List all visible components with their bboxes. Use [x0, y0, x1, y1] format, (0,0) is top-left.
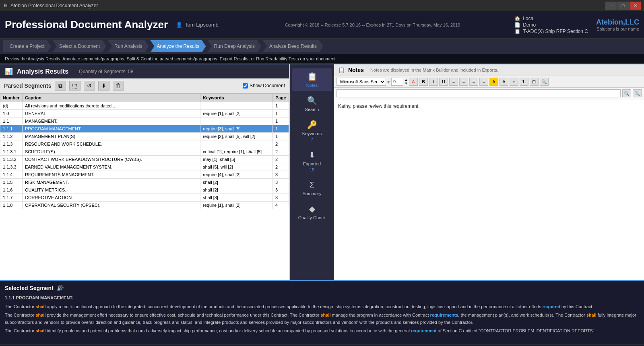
cell-page: 1 [273, 125, 289, 133]
project-item: 📋 T-ADC(X) Ship RFP Section C [514, 29, 588, 34]
home-icon: 🏠 [514, 16, 520, 21]
underline-button[interactable]: U [439, 78, 448, 86]
notes-content[interactable]: Kathy, please review this requirement. [334, 99, 644, 280]
bullet-button[interactable]: • [510, 78, 518, 86]
cell-number: 1.1.4 [0, 171, 23, 179]
segments-table[interactable]: Number Caption Keywords Page (d) All rev… [0, 93, 289, 280]
font-selector[interactable]: Microsoft Sans Ser [336, 78, 386, 86]
show-document-checkbox[interactable]: Show Document [243, 83, 285, 89]
table-row[interactable]: 1.1.8 OPERATIONAL SECURITY (OPSEC). requ… [0, 202, 289, 209]
table-row[interactable]: 1.1.5 RISK MANAGEMENT. shall [2] 3 [0, 179, 289, 186]
keywords-tab-icon: 🔑 [307, 120, 317, 130]
bold-button[interactable]: B [419, 78, 428, 86]
notes-text: Kathy, please review this requirement. [338, 103, 420, 109]
cell-keywords: may [1], shall [5] [200, 156, 273, 163]
tab-exported[interactable]: ⬇ Exported 15 [292, 147, 332, 175]
breadcrumb-analyze-results[interactable]: Analyze the Results [150, 40, 206, 52]
table-row[interactable]: 1.0 GENERAL require [1], shall [2] 1 [0, 110, 289, 117]
notes-tab-label: Notes [306, 83, 318, 88]
maximize-button[interactable]: □ [617, 2, 629, 10]
delete-button[interactable]: 🗑 [113, 81, 124, 91]
quantity-label: Quantity of Segments: 58 [79, 69, 133, 74]
refresh-button[interactable]: ↺ [84, 81, 95, 91]
window-close-button[interactable]: ✕ [630, 2, 641, 10]
titlebar-title: Atebion Professional Document Analyzer [10, 3, 98, 8]
export-button[interactable]: ⬚ [69, 81, 80, 91]
copy-button[interactable]: ⧉ [55, 81, 66, 91]
cell-number: 1.1.3.1 [0, 148, 23, 156]
table-row[interactable]: 1.1.2 MANAGEMENT PLAN(S). require [2], s… [0, 133, 289, 140]
cell-number: 1.1.8 [0, 202, 23, 209]
cell-caption: RISK MANAGEMENT. [23, 179, 200, 186]
titlebar-app-icon: 🖥 [3, 3, 8, 8]
highlight-button[interactable]: A [489, 78, 498, 86]
notes-search-next-button[interactable]: 🔍 [633, 89, 642, 97]
breadcrumb-deep-analysis[interactable]: Run Deep Analysis [208, 40, 261, 52]
align-right-button[interactable]: ≡ [469, 78, 478, 86]
tab-keywords[interactable]: 🔑 Keywords 7 [292, 117, 332, 145]
cell-page: 2 [273, 163, 289, 171]
table-row[interactable]: 1.1 MANAGEMENT. 1 [0, 117, 289, 125]
minimize-button[interactable]: ─ [605, 2, 617, 10]
segment-para-1: The Contractor shall apply a multi-funct… [5, 303, 639, 311]
align-left-button[interactable]: ≡ [449, 78, 458, 86]
cell-caption: RESOURCE AND WORK SCHEDULE. [23, 140, 200, 148]
table-row[interactable]: 1.1.3.2 CONTRACT WORK BREAKDOWN STRUCTUR… [0, 156, 289, 163]
tab-quality-check[interactable]: ◆ Quality Check [292, 201, 332, 223]
table-row[interactable]: 1.1.7 CORRECTIVE ACTION. shall [8] 3 [0, 194, 289, 202]
local-item: 🏠 Local [514, 16, 535, 21]
align-justify-button[interactable]: ≡ [479, 78, 488, 86]
cell-keywords: require [3], shall [5] [200, 125, 273, 133]
font-size-arrows: ▲▼ [405, 78, 408, 85]
mid-panel: 📋 Notes 🔍 Search 🔑 Keywords 7 ⬇ Exported… [290, 64, 334, 280]
exported-badge: 15 [310, 168, 314, 172]
tab-summary[interactable]: Σ Summary [292, 177, 332, 199]
cell-page: 4 [273, 202, 289, 209]
number-button[interactable]: 1. [520, 78, 528, 86]
align-center-button[interactable]: ≡ [459, 78, 468, 86]
cell-keywords: shall [6], will [2] [200, 163, 273, 171]
segment-para-2: The Contractor shall provide the managem… [5, 312, 639, 326]
table-row-selected[interactable]: 1.1.1 PROGRAM MANAGEMENT. require [3], s… [0, 125, 289, 133]
breadcrumb-create-project[interactable]: Create a Project [3, 40, 51, 52]
tab-notes[interactable]: 📋 Notes [292, 68, 332, 91]
table-row[interactable]: 1.1.3.3 EARNED VALUE MANAGEMENT SYSTEM. … [0, 163, 289, 171]
breadcrumb-analyze-deep[interactable]: Analyze Deep Results [263, 40, 323, 52]
cell-caption: MANAGEMENT PLAN(S). [23, 133, 200, 140]
notes-search-input[interactable] [336, 89, 621, 97]
table-row[interactable]: (d) All revisions and modifications ther… [0, 102, 289, 110]
exported-tab-label: Exported [303, 161, 321, 166]
font-size-input[interactable] [391, 78, 403, 86]
table-row[interactable]: 1.1.3.1 SCHEDULE(S). critical [1], requi… [0, 148, 289, 156]
segment-para-3: The Contractor shall identify problems a… [5, 327, 639, 335]
cell-number: 1.1.3.2 [0, 156, 23, 163]
cell-page: 1 [273, 110, 289, 117]
download-button[interactable]: ⬇ [98, 81, 109, 91]
cell-number: (d) [0, 102, 23, 110]
table-row[interactable]: 1.1.6 QUALITY METRICS. shall [2] 3 [0, 186, 289, 194]
exported-tab-icon: ⬇ [309, 150, 316, 160]
instruction-bar: Review the Analysis Results. Annotate se… [0, 54, 644, 64]
table-button[interactable]: ⊞ [530, 78, 539, 86]
cell-page: 3 [273, 171, 289, 179]
notes-header-title: Notes [348, 67, 364, 73]
highlight2-button[interactable]: A [500, 78, 508, 86]
col-page: Page [273, 94, 289, 102]
table-row[interactable]: 1.1.4 REQUIREMENTS MANAGEMENT. require [… [0, 171, 289, 179]
table-row[interactable]: 1.1.3 RESOURCE AND WORK SCHEDULE. 2 [0, 140, 289, 148]
tab-search[interactable]: 🔍 Search [292, 93, 332, 115]
font-color-button[interactable]: A [409, 78, 418, 86]
breadcrumb-select-document[interactable]: Select a Document [53, 40, 106, 52]
segment-text-area: 1.1.1 PROGRAM MANAGEMENT. The Contractor… [5, 295, 639, 335]
cell-keywords: require [2], shall [5], will [2] [200, 133, 273, 140]
show-document-check-input[interactable] [243, 83, 248, 89]
zoom-button[interactable]: 🔍 [540, 78, 549, 86]
project-label: T-ADC(X) Ship RFP Section C [523, 29, 588, 34]
breadcrumb-run-analysis[interactable]: Run Analysis [108, 40, 149, 52]
selected-segment-header: Selected Segment 🔊 [5, 285, 639, 291]
notes-search-button[interactable]: 🔍 [622, 89, 631, 97]
atebion-name: Atebion [596, 18, 623, 26]
instruction-text: Review the Analysis Results. Annotate se… [5, 56, 337, 61]
cell-page: 3 [273, 186, 289, 194]
italic-button[interactable]: I [429, 78, 438, 86]
